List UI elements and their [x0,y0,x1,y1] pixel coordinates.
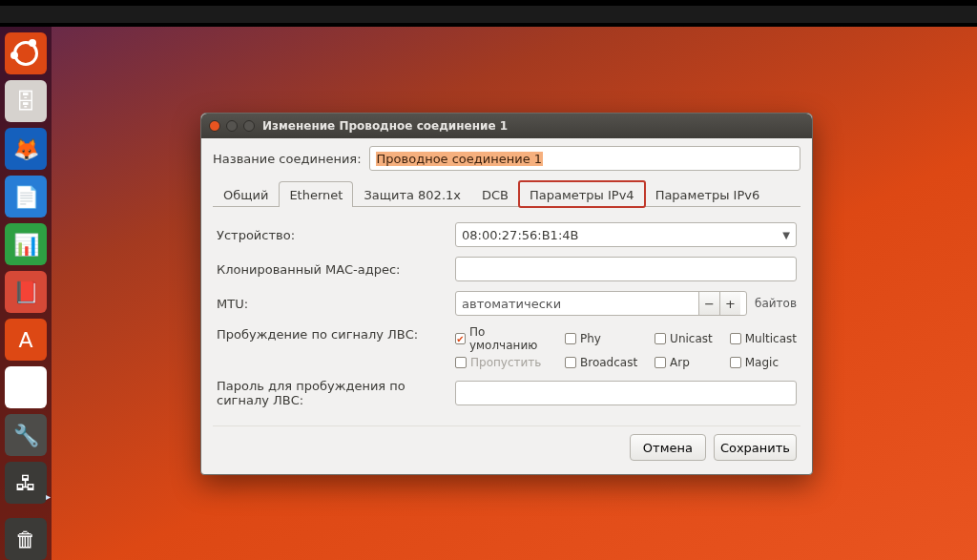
mtu-increment-button[interactable]: + [719,292,740,315]
wol-label: Пробуждение по сигналу ЛВС: [217,325,455,342]
mtu-spinbutton[interactable]: автоматически − + [455,291,747,316]
wol-checkbox-6[interactable]: Arp [655,356,713,369]
firefox-icon[interactable]: 🦊 [5,128,47,170]
cancel-button[interactable]: Отмена [630,434,706,461]
wol-checkbox-2[interactable]: Unicast [655,325,713,352]
window-maximize-icon[interactable] [243,120,255,132]
mtu-unit: байтов [755,297,797,310]
tab-ethernet-pane: Устройство: 08:00:27:56:B1:4B ▼ Клониров… [213,207,800,425]
tabstrip: Общий Ethernet Защита 802.1x DCB Парамет… [213,180,800,207]
wol-checkbox-0[interactable]: По умолчанию [455,325,548,352]
writer-icon[interactable]: 📄 [5,176,47,218]
settings-icon[interactable]: 🔧 [5,414,47,456]
calc-icon[interactable]: 📊 [5,223,47,265]
window-minimize-icon[interactable] [226,120,238,132]
amazon-icon[interactable]: a [5,366,47,408]
impress-icon[interactable]: 📕 [5,271,47,313]
wol-checkbox-3[interactable]: Multicast [730,325,797,352]
device-label: Устройство: [217,228,455,242]
tab-general[interactable]: Общий [213,181,279,207]
wol-password-label: Пароль для пробуждения по сигналу ЛВС: [217,379,455,407]
tab-ipv6[interactable]: Параметры IPv6 [645,181,771,207]
wol-password-input[interactable] [455,381,797,405]
files-icon[interactable]: 🗄 [5,80,47,122]
connection-name-input[interactable]: Проводное соединение 1 [369,146,800,171]
network-icon[interactable]: 🖧▸ [5,462,47,504]
tab-ethernet[interactable]: Ethernet [279,181,353,207]
dash-icon[interactable] [5,32,47,74]
unity-launcher: 🗄 🦊 📄 📊 📕 A a 🔧 🖧▸ 🗑 [0,27,52,560]
tab-ipv4[interactable]: Параметры IPv4 [519,181,645,207]
tab-dcb[interactable]: DCB [471,181,519,207]
save-button[interactable]: Сохранить [714,434,797,461]
trash-icon[interactable]: 🗑 [5,518,47,560]
window-title: Изменение Проводное соединение 1 [262,119,508,133]
wol-checkbox-1[interactable]: Phy [565,325,637,352]
wol-checkbox-5[interactable]: Broadcast [565,356,637,369]
wol-checkbox-7[interactable]: Magic [730,356,797,369]
cloned-mac-label: Клонированный MAC-адрес: [217,262,455,277]
connection-name-label: Название соединения: [213,152,362,166]
wol-checkbox-4: Пропустить [455,356,548,369]
chevron-down-icon: ▼ [782,230,790,240]
software-icon[interactable]: A [5,319,47,361]
cloned-mac-input[interactable] [455,257,797,281]
wol-options: По умолчаниюPhyUnicastMulticastПропустит… [455,325,797,369]
mtu-decrement-button[interactable]: − [698,292,719,315]
connection-editor-window: Изменение Проводное соединение 1 Названи… [200,113,813,475]
window-close-icon[interactable] [209,120,220,132]
window-titlebar[interactable]: Изменение Проводное соединение 1 [201,114,812,138]
tab-8021x[interactable]: Защита 802.1x [353,181,471,207]
mtu-label: MTU: [217,297,455,311]
device-combobox[interactable]: 08:00:27:56:B1:4B ▼ [455,222,797,247]
